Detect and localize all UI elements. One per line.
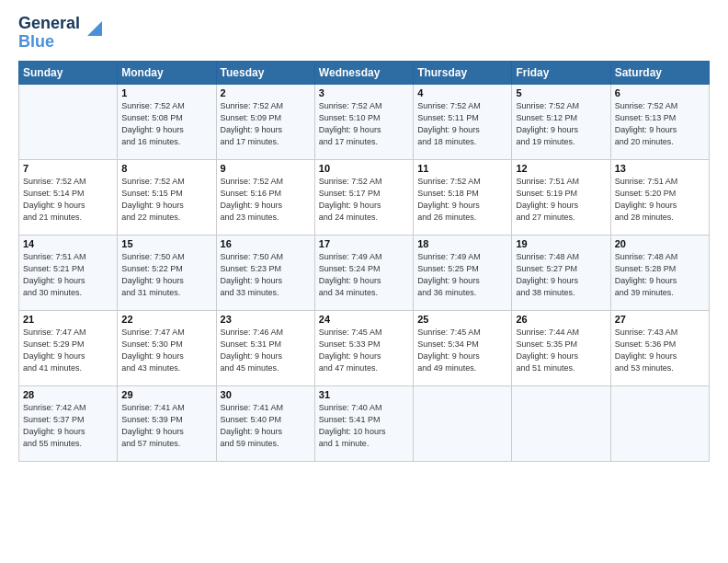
day-number: 8 xyxy=(121,163,211,174)
col-sunday: Sunday xyxy=(19,61,118,84)
day-number: 14 xyxy=(23,238,113,249)
day-cell xyxy=(512,385,610,461)
day-info: Sunrise: 7:43 AMSunset: 5:36 PMDaylight:… xyxy=(615,327,705,374)
day-info: Sunrise: 7:52 AMSunset: 5:17 PMDaylight:… xyxy=(319,176,409,224)
week-row-1: 1Sunrise: 7:52 AMSunset: 5:08 PMDaylight… xyxy=(19,84,710,159)
day-info: Sunrise: 7:47 AMSunset: 5:30 PMDaylight:… xyxy=(121,327,211,374)
day-info: Sunrise: 7:51 AMSunset: 5:21 PMDaylight:… xyxy=(23,251,113,299)
day-number: 22 xyxy=(121,314,211,325)
day-number: 25 xyxy=(417,314,507,325)
day-cell: 29Sunrise: 7:41 AMSunset: 5:39 PMDayligh… xyxy=(118,385,216,461)
day-info: Sunrise: 7:49 AMSunset: 5:24 PMDaylight:… xyxy=(319,251,409,299)
day-number: 18 xyxy=(417,238,507,249)
day-number: 27 xyxy=(615,314,705,325)
day-cell: 18Sunrise: 7:49 AMSunset: 5:25 PMDayligh… xyxy=(414,235,512,310)
logo-blue: Blue xyxy=(18,32,54,51)
day-info: Sunrise: 7:48 AMSunset: 5:28 PMDaylight:… xyxy=(615,251,705,299)
day-cell: 20Sunrise: 7:48 AMSunset: 5:28 PMDayligh… xyxy=(610,235,709,310)
day-number: 20 xyxy=(615,238,705,249)
day-number: 4 xyxy=(417,87,507,98)
week-row-3: 14Sunrise: 7:51 AMSunset: 5:21 PMDayligh… xyxy=(19,235,710,310)
day-cell: 17Sunrise: 7:49 AMSunset: 5:24 PMDayligh… xyxy=(314,235,413,310)
header: GeneralBlue xyxy=(18,15,710,52)
calendar-table: Sunday Monday Tuesday Wednesday Thursday… xyxy=(18,61,710,462)
day-cell: 31Sunrise: 7:40 AMSunset: 5:41 PMDayligh… xyxy=(314,385,413,461)
day-number: 28 xyxy=(23,389,113,400)
header-row: Sunday Monday Tuesday Wednesday Thursday… xyxy=(19,61,710,84)
col-tuesday: Tuesday xyxy=(216,61,314,84)
day-cell: 19Sunrise: 7:48 AMSunset: 5:27 PMDayligh… xyxy=(512,235,610,310)
day-number: 6 xyxy=(615,87,705,98)
svg-marker-0 xyxy=(87,21,102,36)
day-info: Sunrise: 7:45 AMSunset: 5:34 PMDaylight:… xyxy=(417,327,507,374)
day-info: Sunrise: 7:52 AMSunset: 5:08 PMDaylight:… xyxy=(121,100,211,148)
day-number: 12 xyxy=(516,163,606,174)
day-cell: 22Sunrise: 7:47 AMSunset: 5:30 PMDayligh… xyxy=(118,310,216,385)
col-friday: Friday xyxy=(512,61,610,84)
day-cell: 27Sunrise: 7:43 AMSunset: 5:36 PMDayligh… xyxy=(610,310,709,385)
day-cell: 25Sunrise: 7:45 AMSunset: 5:34 PMDayligh… xyxy=(414,310,512,385)
day-info: Sunrise: 7:52 AMSunset: 5:18 PMDaylight:… xyxy=(417,176,507,224)
col-monday: Monday xyxy=(118,61,216,84)
day-info: Sunrise: 7:46 AMSunset: 5:31 PMDaylight:… xyxy=(221,327,311,374)
logo-icon xyxy=(82,19,102,40)
day-number: 13 xyxy=(615,163,705,174)
day-cell: 30Sunrise: 7:41 AMSunset: 5:40 PMDayligh… xyxy=(216,385,314,461)
day-number: 29 xyxy=(121,389,211,400)
day-cell: 2Sunrise: 7:52 AMSunset: 5:09 PMDaylight… xyxy=(216,84,314,159)
day-cell: 28Sunrise: 7:42 AMSunset: 5:37 PMDayligh… xyxy=(19,385,118,461)
day-info: Sunrise: 7:41 AMSunset: 5:40 PMDaylight:… xyxy=(221,402,311,450)
day-number: 15 xyxy=(121,238,211,249)
day-cell: 16Sunrise: 7:50 AMSunset: 5:23 PMDayligh… xyxy=(216,235,314,310)
day-cell xyxy=(414,385,512,461)
day-info: Sunrise: 7:51 AMSunset: 5:20 PMDaylight:… xyxy=(615,176,705,224)
week-row-2: 7Sunrise: 7:52 AMSunset: 5:14 PMDaylight… xyxy=(19,159,710,235)
day-info: Sunrise: 7:52 AMSunset: 5:12 PMDaylight:… xyxy=(516,100,606,148)
day-cell xyxy=(19,84,118,159)
day-cell: 26Sunrise: 7:44 AMSunset: 5:35 PMDayligh… xyxy=(512,310,610,385)
day-cell: 14Sunrise: 7:51 AMSunset: 5:21 PMDayligh… xyxy=(19,235,118,310)
day-number: 21 xyxy=(23,314,113,325)
day-number: 9 xyxy=(221,163,311,174)
col-saturday: Saturday xyxy=(610,61,709,84)
day-number: 11 xyxy=(417,163,507,174)
day-info: Sunrise: 7:52 AMSunset: 5:15 PMDaylight:… xyxy=(121,176,211,224)
day-cell: 24Sunrise: 7:45 AMSunset: 5:33 PMDayligh… xyxy=(314,310,413,385)
day-info: Sunrise: 7:48 AMSunset: 5:27 PMDaylight:… xyxy=(516,251,606,299)
day-cell xyxy=(610,385,709,461)
day-cell: 9Sunrise: 7:52 AMSunset: 5:16 PMDaylight… xyxy=(216,159,314,235)
day-info: Sunrise: 7:52 AMSunset: 5:10 PMDaylight:… xyxy=(319,100,409,148)
day-info: Sunrise: 7:40 AMSunset: 5:41 PMDaylight:… xyxy=(319,402,409,450)
day-cell: 21Sunrise: 7:47 AMSunset: 5:29 PMDayligh… xyxy=(19,310,118,385)
day-info: Sunrise: 7:51 AMSunset: 5:19 PMDaylight:… xyxy=(516,176,606,224)
day-info: Sunrise: 7:52 AMSunset: 5:14 PMDaylight:… xyxy=(23,176,113,224)
day-info: Sunrise: 7:52 AMSunset: 5:11 PMDaylight:… xyxy=(417,100,507,148)
col-wednesday: Wednesday xyxy=(314,61,413,84)
day-number: 5 xyxy=(516,87,606,98)
day-cell: 1Sunrise: 7:52 AMSunset: 5:08 PMDaylight… xyxy=(118,84,216,159)
day-number: 30 xyxy=(221,389,311,400)
day-info: Sunrise: 7:44 AMSunset: 5:35 PMDaylight:… xyxy=(516,327,606,374)
day-number: 10 xyxy=(319,163,409,174)
day-number: 31 xyxy=(319,389,409,400)
day-cell: 13Sunrise: 7:51 AMSunset: 5:20 PMDayligh… xyxy=(610,159,709,235)
day-info: Sunrise: 7:50 AMSunset: 5:23 PMDaylight:… xyxy=(221,251,311,299)
day-info: Sunrise: 7:52 AMSunset: 5:13 PMDaylight:… xyxy=(615,100,705,148)
day-cell: 10Sunrise: 7:52 AMSunset: 5:17 PMDayligh… xyxy=(314,159,413,235)
day-number: 1 xyxy=(121,87,211,98)
day-number: 2 xyxy=(221,87,311,98)
day-cell: 12Sunrise: 7:51 AMSunset: 5:19 PMDayligh… xyxy=(512,159,610,235)
day-cell: 8Sunrise: 7:52 AMSunset: 5:15 PMDaylight… xyxy=(118,159,216,235)
day-info: Sunrise: 7:47 AMSunset: 5:29 PMDaylight:… xyxy=(23,327,113,374)
day-cell: 3Sunrise: 7:52 AMSunset: 5:10 PMDaylight… xyxy=(314,84,413,159)
day-cell: 7Sunrise: 7:52 AMSunset: 5:14 PMDaylight… xyxy=(19,159,118,235)
day-cell: 5Sunrise: 7:52 AMSunset: 5:12 PMDaylight… xyxy=(512,84,610,159)
day-cell: 6Sunrise: 7:52 AMSunset: 5:13 PMDaylight… xyxy=(610,84,709,159)
day-number: 7 xyxy=(23,163,113,174)
day-cell: 15Sunrise: 7:50 AMSunset: 5:22 PMDayligh… xyxy=(118,235,216,310)
day-info: Sunrise: 7:52 AMSunset: 5:09 PMDaylight:… xyxy=(221,100,311,148)
calendar-body: 1Sunrise: 7:52 AMSunset: 5:08 PMDaylight… xyxy=(19,84,710,461)
week-row-5: 28Sunrise: 7:42 AMSunset: 5:37 PMDayligh… xyxy=(19,385,710,461)
day-info: Sunrise: 7:45 AMSunset: 5:33 PMDaylight:… xyxy=(319,327,409,374)
logo-text: GeneralBlue xyxy=(18,15,80,52)
